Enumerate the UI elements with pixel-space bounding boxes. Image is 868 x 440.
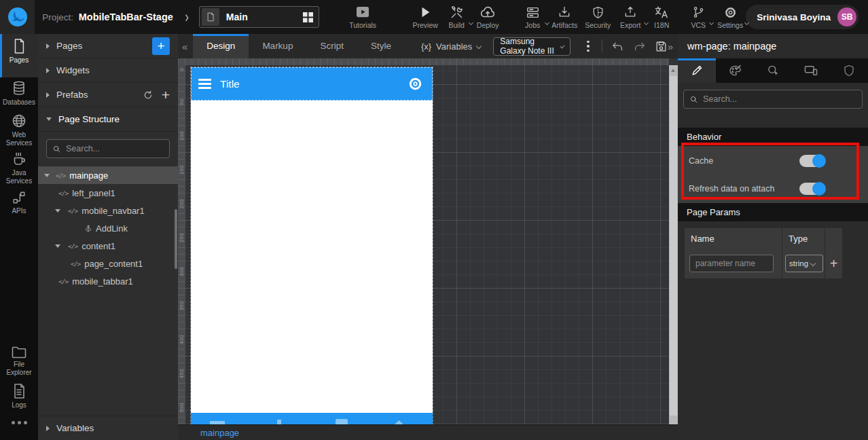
tab-security[interactable] (830, 58, 868, 83)
vcs-caret-icon (710, 15, 713, 27)
section-page-structure[interactable]: Page Structure (38, 107, 178, 132)
mobile-settings-gear-icon[interactable] (408, 76, 423, 92)
tutorials-label: Tutorials (349, 21, 376, 29)
tab-devices[interactable] (792, 58, 830, 83)
scroll-up-arrow-icon[interactable] (671, 69, 675, 72)
rail-item-databases[interactable]: Databases (0, 76, 38, 109)
hamburger-menu-icon[interactable] (198, 79, 211, 89)
security-button[interactable]: Security (581, 0, 614, 34)
tab-events[interactable] (754, 58, 792, 83)
rail-databases-label: Databases (3, 98, 35, 106)
tree-item-mainpage[interactable]: </> mainpage (38, 166, 178, 184)
device-select[interactable]: Samsung Galaxy Note III (493, 37, 571, 56)
tree-item-content1[interactable]: </> content1 (38, 237, 178, 255)
variables-dropdown[interactable]: {x} Variables (421, 41, 481, 52)
undo-button[interactable] (611, 41, 624, 52)
cache-label: Cache (689, 156, 713, 166)
design-canvas[interactable]: 0 50 100 150 200 250 300 350 400 450 500… (178, 58, 678, 424)
rail-item-apis[interactable]: APIs (0, 186, 38, 219)
pencil-icon (690, 64, 704, 77)
tab-style[interactable]: Style (357, 34, 405, 58)
add-prefab-button[interactable]: + (162, 88, 170, 102)
add-param-button[interactable]: + (825, 249, 842, 278)
scrollbar-thumb[interactable] (670, 76, 677, 416)
tutorials-button[interactable]: Tutorials (345, 0, 380, 34)
mobile-tabbar[interactable] (191, 413, 433, 424)
search-icon (689, 95, 698, 104)
left-panel-scrollbar[interactable] (175, 209, 177, 269)
deploy-button[interactable]: Deploy (471, 0, 504, 34)
tab-styles[interactable] (716, 58, 754, 83)
cache-toggle[interactable] (799, 155, 825, 167)
canvas-scrollbar[interactable] (669, 65, 678, 424)
rail-more-button[interactable] (0, 421, 38, 424)
tab-script[interactable]: Script (306, 34, 357, 58)
inspect-cursor-icon (766, 64, 780, 77)
section-variables-label: Variables (56, 423, 94, 433)
export-button[interactable]: Export (615, 0, 645, 34)
rail-web-services-label: Web Services (6, 131, 32, 147)
jobs-button[interactable]: Jobs (519, 0, 546, 34)
tree-item-mobile-navbar1[interactable]: </> mobile_navbar1 (38, 202, 178, 219)
tree-label: mobile_tabbar1 (72, 276, 133, 287)
page-selector[interactable]: Main (199, 6, 319, 28)
page-params-section-header[interactable]: Page Params (678, 203, 868, 221)
redo-button[interactable] (633, 41, 646, 52)
chevron-down-icon (810, 261, 816, 266)
behavior-section-header[interactable]: Behavior (678, 128, 868, 146)
preview-button[interactable]: Preview (410, 0, 440, 34)
settings-button[interactable]: Settings (715, 0, 746, 34)
mobile-page-content[interactable] (191, 100, 433, 413)
type-column-header: Type (782, 228, 825, 249)
tree-item-left-panel1[interactable]: </> left_panel1 (38, 184, 178, 202)
file-tab-mainpage[interactable]: mainpage (200, 428, 239, 438)
rail-item-file-explorer[interactable]: File Explorer (0, 341, 38, 379)
project-name: MobileTabBar-Stage (79, 12, 173, 22)
ruler-vertical: 0 50 100 150 200 250 300 350 400 450 500 (178, 65, 185, 424)
palette-icon (728, 64, 742, 77)
grid-view-icon[interactable] (303, 12, 313, 22)
vcs-button[interactable]: VCS (686, 0, 710, 34)
refresh-data-toggle[interactable] (799, 183, 825, 195)
build-button[interactable]: Build (443, 0, 470, 34)
param-type-select[interactable]: string (785, 255, 823, 272)
more-options-kebab-icon[interactable] (584, 38, 592, 55)
phone-preview[interactable]: Title (191, 67, 433, 424)
artifacts-button[interactable]: Artifacts (549, 0, 580, 34)
section-pages[interactable]: Pages + (38, 34, 178, 58)
refresh-icon[interactable] (143, 90, 153, 100)
editor-toolbar: « Design Markup Script Style {x} Variabl… (178, 34, 678, 58)
refresh-data-row: Refresh data on attach (678, 175, 868, 202)
rail-item-logs[interactable]: Logs (0, 379, 38, 411)
param-name-input[interactable] (689, 255, 774, 272)
section-widgets[interactable]: Widgets (38, 58, 178, 83)
behavior-section-body: Cache Refresh data on attach (678, 146, 868, 203)
section-prefabs[interactable]: Prefabs + (38, 83, 178, 107)
properties-search-input[interactable]: Search... (683, 90, 863, 109)
add-page-button[interactable]: + (152, 37, 170, 55)
tree-item-mobile-tabbar1[interactable]: </> mobile_tabbar1 (38, 272, 178, 290)
user-menu[interactable]: Srinivasa Boyina SB (746, 5, 859, 29)
save-button[interactable] (655, 40, 668, 53)
rail-item-web-services[interactable]: Web Services (0, 109, 38, 147)
page-structure-tree: </> mainpage </> left_panel1 </> mobile_… (38, 166, 178, 290)
mobile-navbar[interactable]: Title (191, 67, 433, 100)
rail-apis-label: APIs (12, 207, 26, 215)
tab-properties[interactable] (678, 58, 716, 83)
tab-markup[interactable]: Markup (249, 34, 306, 58)
settings-caret-icon (745, 15, 748, 27)
tree-search-input[interactable]: Search... (46, 139, 170, 158)
tab-design[interactable]: Design (193, 34, 249, 58)
tree-item-addlink[interactable]: AddLink (38, 219, 178, 237)
section-variables[interactable]: Variables (38, 416, 178, 440)
page-file-icon (202, 8, 219, 26)
device-select-value: Samsung Galaxy Note III (500, 37, 561, 56)
tree-item-page-content1[interactable]: </> page_content1 (38, 255, 178, 272)
rail-item-java-services[interactable]: Java Services (0, 147, 38, 185)
collapse-left-panel-icon[interactable]: « (182, 41, 187, 52)
rail-item-pages[interactable]: Pages (0, 34, 38, 77)
wavemaker-logo-icon[interactable] (0, 0, 35, 34)
i18n-button[interactable]: I18N (648, 0, 675, 34)
expand-right-panel-icon[interactable]: » (668, 41, 673, 52)
tree-label: page_content1 (84, 259, 143, 269)
